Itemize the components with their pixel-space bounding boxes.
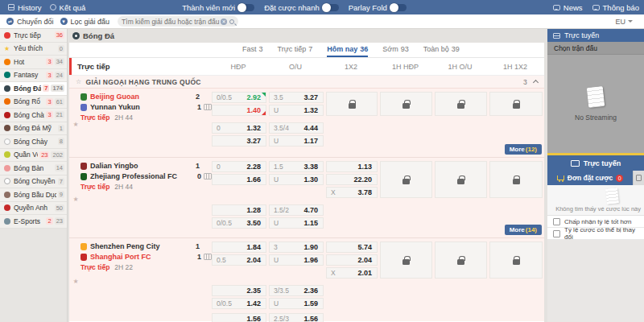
collapse-chevron-icon[interactable] bbox=[533, 80, 539, 85]
live-stream-button[interactable]: Trực tuyến bbox=[547, 155, 644, 171]
switch-view-button[interactable]: ⇄ Chuyển đổi bbox=[6, 18, 54, 26]
odds-cell-1x2[interactable]: 2.04 bbox=[326, 254, 378, 266]
odds-cell-ou[interactable]: U 1.30 bbox=[269, 174, 324, 185]
clear-search-icon[interactable]: ✕ bbox=[221, 19, 227, 25]
match-time: 2H 44 bbox=[114, 114, 133, 122]
odds-cell-hdp[interactable]: 0.5 2.04 bbox=[212, 254, 266, 266]
select-match-dropdown[interactable]: Chọn trận đấu bbox=[547, 42, 644, 55]
odds-cell-hdp[interactable]: 0 1.32 bbox=[212, 122, 266, 134]
odds-cell-1x2[interactable]: X 3.78 bbox=[326, 187, 378, 198]
more-markets-button[interactable]: More (12) bbox=[505, 144, 542, 155]
stats-icon[interactable] bbox=[204, 254, 212, 260]
search-input[interactable] bbox=[122, 18, 221, 26]
tab-som[interactable]: Sớm93 bbox=[382, 43, 408, 57]
sidebar-item-bong-chuyen[interactable]: Bóng Chuyền 7 bbox=[0, 175, 67, 189]
tab-toan-bo[interactable]: Toàn bộ39 bbox=[423, 43, 460, 57]
no-streaming-label: No Streaming bbox=[575, 114, 617, 122]
parlay-fold-toggle[interactable] bbox=[390, 4, 407, 11]
mybets-tab[interactable] bbox=[633, 171, 644, 185]
notifications-label: Thông báo bbox=[603, 3, 639, 12]
sidebar-item-truc-tiep[interactable]: Trực tiếp 36 bbox=[0, 29, 67, 43]
sidebar-item-bong-da-my[interactable]: Bóng Đá Mỹ 1 bbox=[0, 122, 67, 136]
lock-icon bbox=[457, 103, 464, 109]
odds-cell-ou[interactable]: U 1.15 bbox=[269, 217, 324, 229]
odds-cell-hdp[interactable]: 0/0.5 3.50 bbox=[212, 217, 266, 229]
odds-cell-hdp[interactable]: 1.40 bbox=[212, 105, 266, 116]
tab-fast[interactable]: Fast3 bbox=[242, 43, 263, 57]
odds-grid: 1.84 0.5 2.04 2.35 0/0.5 bbox=[212, 242, 543, 321]
locked-odds-cell bbox=[435, 161, 487, 198]
odds-cell-hdp[interactable]: 2.35 bbox=[212, 285, 266, 296]
odds-cell-ou[interactable]: 1.5/2 4.70 bbox=[269, 204, 324, 216]
odds-cell-hdp[interactable]: 1.28 bbox=[212, 204, 266, 216]
match-info[interactable]: Dalian Yingbo 1 Zhejiang Professional FC… bbox=[80, 161, 212, 237]
stats-icon[interactable] bbox=[204, 173, 212, 180]
odds-cell-1x2[interactable]: 1.13 bbox=[326, 161, 378, 172]
odds-cell-ou[interactable]: U 1.96 bbox=[269, 254, 324, 266]
sidebar-item-bong-da[interactable]: Bóng Đá 7 174 bbox=[0, 82, 67, 96]
betslip-empty-state: Không tìm thấy vé cược lúc này bbox=[547, 185, 644, 216]
sidebar-item-hot[interactable]: Hot 3 34 bbox=[0, 56, 67, 69]
odds-cell-hdp[interactable]: 3.27 bbox=[212, 135, 266, 147]
sidebar-item-quyen-anh[interactable]: Quyền Anh 50 bbox=[0, 202, 67, 216]
betslip-tab[interactable]: Đơn đặt cược 0 bbox=[547, 171, 633, 185]
sidebar-item-bong-chay[interactable]: Bóng Chày 3 21 bbox=[0, 109, 67, 122]
away-crest-icon bbox=[80, 173, 87, 180]
new-member-toggle[interactable] bbox=[238, 4, 254, 11]
odds-cell-ou[interactable]: U 1.32 bbox=[269, 105, 324, 116]
odds-cell-hdp[interactable]: 1.66 bbox=[212, 174, 266, 185]
sidebar-item-esports[interactable]: E-Sports 2 23 bbox=[0, 215, 67, 229]
filter-leagues-button[interactable]: ▼ Lọc giải đấu bbox=[60, 18, 110, 26]
news-button[interactable]: News bbox=[553, 3, 583, 12]
sidebar-item-bong-ro[interactable]: Bóng Rổ 3 61 bbox=[0, 96, 67, 109]
away-team: Zhejiang Professional FC bbox=[90, 172, 192, 180]
more-markets-button[interactable]: More (14) bbox=[505, 225, 542, 235]
favorite-star-icon[interactable]: ★ bbox=[71, 161, 80, 237]
odds-cell-ou[interactable]: 3 1.90 bbox=[269, 242, 324, 253]
odds-cell-hdp[interactable]: 0/0.5 1.42 bbox=[212, 298, 266, 309]
results-button[interactable]: Kết quả bbox=[50, 3, 86, 12]
odds-format-dropdown[interactable]: EU bbox=[615, 18, 633, 26]
quick-bet-toggle[interactable] bbox=[323, 4, 339, 11]
sidebar-item-fantasy[interactable]: Fantasy 3 24 bbox=[0, 69, 67, 83]
stream-header: Trực tuyến bbox=[547, 29, 644, 42]
odds-cell-ou[interactable]: 3/3.5 2.36 bbox=[269, 285, 324, 296]
sidebar-item-bong-bau-duc[interactable]: Bóng Bầu Dục 9 bbox=[0, 188, 67, 202]
sidebar-item-bong-chay-2[interactable]: Bóng Chày 8 bbox=[0, 135, 67, 149]
odds-cell-1x2[interactable]: X 2.01 bbox=[326, 267, 378, 279]
history-button[interactable]: History bbox=[8, 3, 42, 12]
sidebar-item-quan-vot[interactable]: Quần Vợt 23 202 bbox=[0, 149, 67, 163]
odds-cell-hdp[interactable]: 0 2.28 bbox=[212, 161, 266, 172]
odds-may-change-checkbox[interactable] bbox=[553, 230, 560, 237]
favorite-star-icon[interactable]: ★ bbox=[71, 242, 80, 321]
odds-cell-ou[interactable]: 2.5/3 1.56 bbox=[269, 313, 324, 322]
stats-icon[interactable] bbox=[204, 104, 212, 110]
search-box: ✕ bbox=[118, 16, 238, 27]
odds-cell-ou[interactable]: 3.5/4 4.44 bbox=[269, 122, 324, 134]
chevron-down-icon bbox=[628, 20, 633, 25]
tab-hom-nay[interactable]: Hôm nay36 bbox=[327, 43, 368, 57]
favorite-star-icon[interactable]: ★ bbox=[71, 92, 80, 157]
empty-ticket-icon bbox=[605, 188, 619, 204]
tab-truc-tiep[interactable]: Trực tiếp7 bbox=[278, 43, 313, 57]
odds-cell-ou[interactable]: 3.5 3.27 bbox=[269, 92, 324, 103]
accept-better-odds-checkbox[interactable] bbox=[553, 218, 560, 225]
odds-cell-ou[interactable]: U 1.17 bbox=[269, 135, 324, 147]
notifications-button[interactable]: Thông báo bbox=[592, 3, 639, 12]
league-header[interactable]: ☆ GIẢI NGOẠI HẠNG TRUNG QUỐC 3 bbox=[69, 76, 544, 89]
odds-cell-ou[interactable]: 1.5 3.38 bbox=[269, 161, 324, 172]
league-favorite-icon[interactable]: ☆ bbox=[76, 78, 81, 85]
sidebar-item-yeu-thich[interactable]: ★ Yêu thích 0 bbox=[0, 43, 67, 56]
sidebar-item-bong-ban[interactable]: Bóng Bàn 14 bbox=[0, 162, 67, 175]
match-info[interactable]: Shenzhen Peng City 1 Shanghai Port FC 1 … bbox=[80, 242, 212, 321]
filter-label: Lọc giải đấu bbox=[71, 18, 110, 26]
match-info[interactable]: Beijing Guoan 2 Yunnan Yukun 1 Trực tiếp… bbox=[80, 92, 212, 157]
odds-cell-ou[interactable]: U 1.59 bbox=[269, 298, 324, 309]
odds-cell-hdp[interactable]: 0/0.5 2.92 bbox=[212, 92, 266, 103]
search-icon[interactable] bbox=[229, 19, 234, 24]
odds-cell-hdp[interactable]: 1.84 bbox=[212, 242, 266, 253]
toggle-knob bbox=[390, 3, 398, 12]
odds-cell-1x2[interactable]: 22.20 bbox=[326, 174, 378, 185]
odds-cell-hdp[interactable]: 1.56 bbox=[212, 313, 266, 322]
odds-cell-1x2[interactable]: 5.74 bbox=[326, 242, 378, 253]
